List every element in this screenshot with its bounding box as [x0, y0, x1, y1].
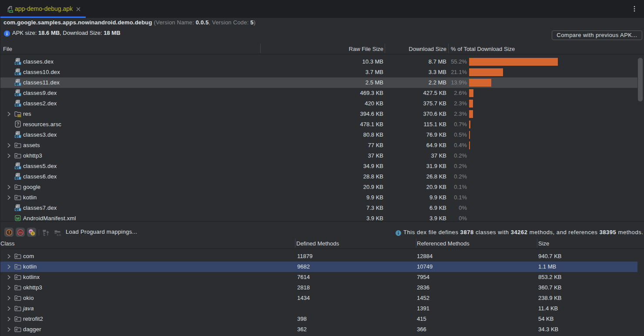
svg-text:a.b: a.b: [57, 233, 61, 236]
svg-text:m: m: [18, 230, 22, 235]
